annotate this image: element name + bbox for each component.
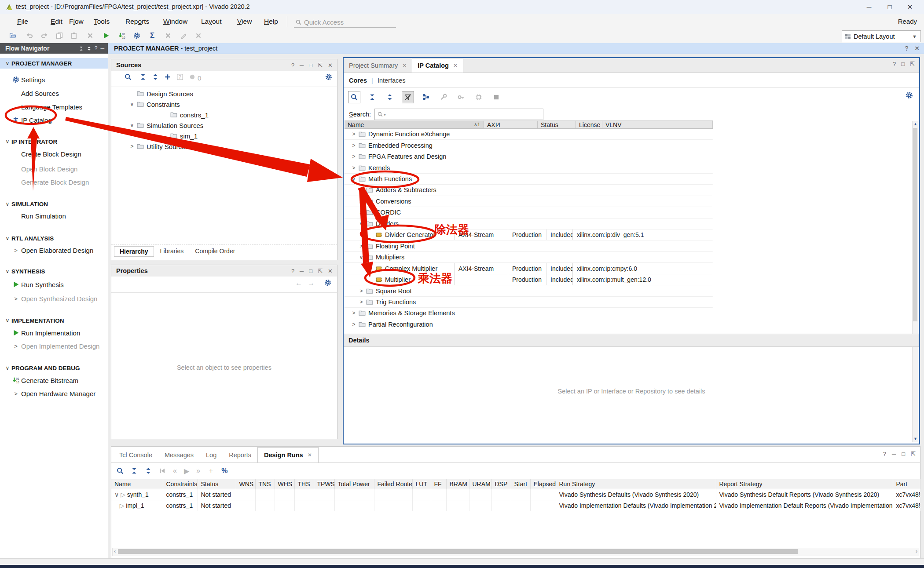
chevron-down-icon[interactable]: ∨ (129, 101, 135, 107)
filter-icon[interactable] (402, 91, 414, 103)
column-header-whs[interactable]: WHS (275, 479, 294, 489)
sidebar-section-ip-integrator[interactable]: ∨IP INTEGRATOR (0, 136, 108, 147)
column-header-tns[interactable]: TNS (255, 479, 275, 489)
run-name-cell[interactable]: ∨ ▷ synth_1 (111, 489, 163, 500)
undo-icon[interactable] (24, 30, 35, 41)
float-panel-icon[interactable]: ⇱ (911, 451, 916, 457)
ip-row-memories-storage-elements[interactable]: >Memories & Storage Elements (345, 308, 713, 319)
gear-icon[interactable] (906, 91, 913, 99)
help-icon[interactable]: ? (291, 62, 294, 69)
forward-arrow-icon[interactable]: → (308, 279, 315, 287)
column-header-ff[interactable]: FF (431, 479, 446, 489)
ip-row-multiplier[interactable]: MultiplierProductionIncludedxilinx.com:i… (345, 274, 713, 285)
subtab-cores[interactable]: Cores (349, 77, 367, 84)
ip-row-partial-reconfiguration[interactable]: >Partial Reconfiguration (345, 319, 713, 330)
float-panel-icon[interactable]: ⇱ (318, 268, 323, 274)
gear-icon[interactable] (324, 279, 331, 286)
ip-search-input[interactable]: ▾ (374, 109, 543, 120)
search-icon[interactable] (117, 467, 124, 474)
ip-row-kernels[interactable]: >Kernels (345, 162, 713, 173)
help-icon[interactable]: ? (95, 45, 98, 51)
column-header-total-power[interactable]: Total Power (334, 479, 374, 489)
tab-libraries[interactable]: Libraries (155, 246, 189, 257)
chevron-right-icon[interactable]: > (351, 131, 357, 137)
source-item-simulation-sources[interactable]: ∨Simulation Sources (111, 120, 336, 131)
settings-icon[interactable] (131, 30, 143, 41)
scrollbar-thumb[interactable] (118, 549, 798, 554)
collapse-all-icon[interactable] (139, 73, 147, 80)
chevron-down-icon[interactable]: ∨ (129, 122, 135, 128)
sidebar-item-generate-block-design[interactable]: Generate Block Design (0, 177, 108, 187)
menu-layout[interactable]: Layout (198, 17, 224, 26)
customize-icon[interactable] (438, 91, 449, 103)
close-icon[interactable]: ✕ (902, 2, 917, 12)
chevron-down-icon[interactable]: ∨ (351, 176, 357, 182)
chevron-right-icon[interactable]: > (358, 299, 364, 305)
delete-icon[interactable] (84, 30, 96, 41)
tab-design-runs[interactable]: Design Runs✕ (257, 447, 319, 462)
collapse-all-icon[interactable] (79, 46, 84, 51)
open-project-icon[interactable] (7, 30, 18, 41)
tab-compile-order[interactable]: Compile Order (190, 246, 240, 257)
run-row-impl-1[interactable]: ▷ impl_1constrs_1Not startedVivado Imple… (111, 500, 920, 511)
tab-hierarchy[interactable]: Hierarchy (114, 246, 154, 257)
sidebar-section-rtl-analysis[interactable]: ∨RTL ANALYSIS (0, 233, 108, 244)
sidebar-item-create-block-design[interactable]: Create Block Design (0, 149, 108, 159)
group-by-icon[interactable] (420, 91, 432, 103)
close-context-icon[interactable]: ✕ (914, 45, 920, 52)
sidebar-item-generate-bitstream[interactable]: 0110Generate Bitstream (0, 375, 108, 386)
ip-row-dynamic-function-exchange[interactable]: >Dynamic Function eXchange (345, 129, 713, 140)
search-icon[interactable] (125, 73, 132, 80)
sidebar-item-run-simulation[interactable]: Run Simulation (0, 211, 108, 221)
license-icon[interactable] (455, 91, 467, 103)
sidebar-item-open-synthesized-design[interactable]: >Open Synthesized Design (0, 293, 108, 304)
source-item-sim-1[interactable]: sim_1 (111, 131, 336, 141)
maximize-icon[interactable]: □ (882, 2, 897, 12)
help-icon[interactable]: ? (905, 45, 908, 52)
play-icon[interactable]: ▶ (184, 467, 189, 475)
sidebar-item-ip-catalog[interactable]: IP Catalog (0, 115, 108, 125)
sidebar-section-synthesis[interactable]: ∨SYNTHESIS (0, 266, 108, 277)
column-header-part[interactable]: Part (893, 479, 920, 489)
generate-bitstream-icon[interactable]: 0110 (116, 30, 128, 41)
chevron-right-icon[interactable]: > (358, 209, 364, 215)
close-tab-icon[interactable]: ✕ (402, 62, 407, 69)
column-header-lut[interactable]: LUT (412, 479, 431, 489)
column-header-wns[interactable]: WNS (236, 479, 255, 489)
ip-row-trig-functions[interactable]: >Trig Functions (345, 297, 713, 308)
tab-log[interactable]: Log (200, 448, 223, 462)
add-sources-icon[interactable] (164, 73, 171, 80)
copy-icon[interactable] (54, 30, 65, 41)
chevron-right-icon[interactable]: > (351, 165, 357, 171)
scrollbar-thumb[interactable] (913, 128, 917, 321)
sidebar-item-open-elaborated-design[interactable]: >Open Elaborated Design (0, 245, 108, 255)
menu-file[interactable]: File (15, 17, 31, 26)
back-arrow-icon[interactable]: ← (295, 279, 302, 287)
device-icon[interactable] (473, 91, 484, 103)
step-first-icon[interactable] (159, 467, 166, 474)
float-panel-icon[interactable]: ⇱ (318, 62, 323, 69)
rewind-icon[interactable]: « (173, 467, 177, 475)
close-panel-icon[interactable]: ✕ (328, 268, 333, 274)
chevron-right-icon[interactable]: > (351, 310, 357, 316)
column-header-license[interactable]: License (576, 120, 602, 129)
column-header-start[interactable]: Start (511, 479, 530, 489)
menu-edit[interactable]: Edit (48, 17, 65, 26)
column-header-failed-routes[interactable]: Failed Routes (374, 479, 412, 489)
chevron-right-icon[interactable]: > (358, 198, 364, 204)
messages-filter-icon[interactable] (189, 73, 196, 80)
ip-row-divider-generator[interactable]: Divider GeneratorAXI4-StreamProductionIn… (345, 229, 713, 240)
sidebar-section-project-manager[interactable]: ∨PROJECT MANAGER (0, 58, 108, 69)
column-header-constraints[interactable]: Constraints (163, 479, 198, 489)
chevron-right-icon[interactable]: > (358, 288, 364, 294)
ip-row-floating-point[interactable]: >Floating Point (345, 241, 713, 252)
menu-reports[interactable]: Reports (123, 17, 152, 26)
minimize-panel-icon[interactable]: ─ (300, 268, 304, 274)
layout-selector[interactable]: Default Layout ▼ (842, 30, 921, 42)
column-header-report-strategy[interactable]: Report Strategy (716, 479, 893, 489)
collapse-all-icon[interactable] (131, 467, 138, 474)
help-icon[interactable]: ? (883, 451, 886, 457)
chevron-right-icon[interactable]: > (351, 142, 357, 149)
column-header-status[interactable]: Status (538, 120, 576, 129)
sidebar-item-language-templates[interactable]: Language Templates (0, 102, 108, 112)
